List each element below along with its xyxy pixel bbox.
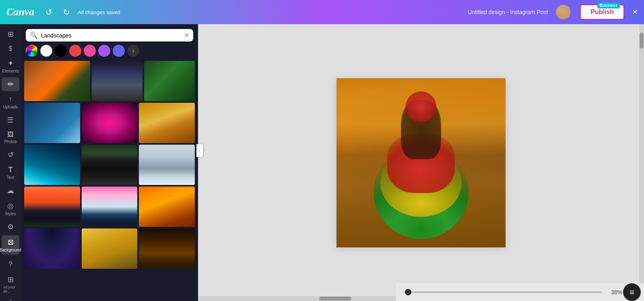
elements-label: Elements <box>2 69 19 73</box>
sidebar-item-dollar[interactable]: $ <box>2 43 19 55</box>
sidebar-item-gear[interactable]: ⚙ <box>2 220 19 234</box>
sidebar-item-all-designs[interactable]: ⊞ All your de... <box>2 273 19 296</box>
color-filter-pink[interactable] <box>84 45 96 57</box>
dollar-icon: $ <box>9 45 12 52</box>
zoom-percent: 38% <box>606 289 622 295</box>
logo[interactable]: Canva <box>6 6 34 18</box>
search-panel: 🔍 ✕ › <box>21 24 198 301</box>
image-item[interactable] <box>24 228 80 269</box>
sidebar-item-list[interactable]: ☰ <box>2 113 19 127</box>
redo-icon: ↻ <box>63 7 70 17</box>
image-item[interactable] <box>139 187 195 227</box>
sidebar-item-elements[interactable]: ✦ Elements <box>2 56 19 76</box>
icon-sidebar: ⊞ $ ✦ Elements ✏ ↑ Uploads ☰ 🖼 Photos ↺ … <box>0 24 21 301</box>
color-filters: › <box>21 45 198 61</box>
zoom-slider-track[interactable] <box>404 291 602 293</box>
sidebar-item-help[interactable]: ? <box>2 258 19 271</box>
search-bar: 🔍 ✕ <box>26 29 193 42</box>
help-icon: ? <box>8 260 12 269</box>
image-item[interactable] <box>139 145 195 185</box>
image-item[interactable] <box>24 61 90 101</box>
color-filter-more[interactable]: › <box>127 45 139 57</box>
grid-row <box>24 103 195 143</box>
undo-button[interactable]: ↺ <box>42 6 55 19</box>
grid-row <box>24 61 195 101</box>
sidebar-item-photos[interactable]: 🖼 Photos <box>2 129 19 146</box>
image-item[interactable] <box>144 61 195 101</box>
background-icon: ⊠ <box>8 238 14 247</box>
design-title: Untitled design - Instagram Post <box>468 9 548 15</box>
styles-label: Styles <box>5 212 16 216</box>
canvas-wrapper <box>198 24 644 301</box>
undo-icon: ↺ <box>45 7 52 17</box>
photos-label: Photos <box>4 139 17 144</box>
close-button[interactable]: × <box>632 7 638 17</box>
grid-row <box>24 145 195 185</box>
sidebar-bottom: ? ⊞ All your de... ⏻ <box>2 258 19 301</box>
redo-button[interactable]: ↻ <box>60 6 73 19</box>
background-label: Background <box>0 248 21 252</box>
image-item[interactable] <box>24 187 80 227</box>
business-badge: Business <box>597 2 620 8</box>
sidebar-item-text[interactable]: T Text <box>2 163 19 182</box>
sidebar-item-cloud-upload[interactable]: ☁ <box>2 184 19 197</box>
color-filter-white[interactable] <box>40 45 52 57</box>
grid-row <box>24 187 195 227</box>
list-icon: ☰ <box>7 116 14 125</box>
sidebar-item-home[interactable]: ⊞ <box>2 27 19 41</box>
all-designs-label: All your de... <box>3 285 18 293</box>
color-filter-red[interactable] <box>69 45 81 57</box>
image-grid <box>21 61 198 301</box>
cloud-upload-icon: ☁ <box>7 186 14 195</box>
all-designs-icon: ⊞ <box>8 275 14 284</box>
grid-row <box>24 228 195 269</box>
color-filter-black[interactable] <box>55 45 67 57</box>
home-icon: ⊞ <box>8 30 14 39</box>
uploads-icon: ↑ <box>9 95 12 104</box>
sidebar-item-background[interactable]: ⊠ Background <box>2 235 19 255</box>
image-item[interactable] <box>82 103 138 143</box>
zoom-bar: 38% ? ≡ <box>396 283 644 301</box>
zoom-slider-thumb[interactable] <box>405 289 411 295</box>
color-filter-multi[interactable] <box>26 45 38 57</box>
image-item[interactable] <box>139 103 195 143</box>
color-filter-indigo[interactable] <box>113 45 125 57</box>
canvas-area: 38% ? ≡ <box>198 24 644 301</box>
text-icon: T <box>8 166 13 174</box>
image-item[interactable] <box>139 228 195 269</box>
uploads-label: Uploads <box>3 105 18 109</box>
topbar: Canva ↺ ↻ All changes saved Untitled des… <box>0 0 644 24</box>
clear-search-icon[interactable]: ✕ <box>184 31 189 39</box>
search-icon: 🔍 <box>30 31 38 39</box>
autosave-label: All changes saved <box>78 9 463 15</box>
text-label: Text <box>7 175 14 180</box>
search-input[interactable] <box>41 32 181 39</box>
pen-icon: ✏ <box>8 80 14 89</box>
sidebar-item-styles[interactable]: ◎ Styles <box>2 199 19 218</box>
photos-icon: 🖼 <box>7 131 14 138</box>
canvas-image <box>336 78 506 247</box>
image-item[interactable] <box>82 145 138 185</box>
styles-icon: ◎ <box>7 201 14 210</box>
canvas-board[interactable] <box>336 78 506 247</box>
image-item[interactable] <box>82 187 138 227</box>
chat-icon: ≡ <box>630 288 634 297</box>
sidebar-item-power[interactable]: ⏻ <box>2 297 19 301</box>
sidebar-item-pen[interactable]: ✏ <box>2 77 19 91</box>
panel-toggle-button[interactable]: ‹ <box>196 144 203 157</box>
panel-toggle-icon: ‹ <box>199 148 200 154</box>
sidebar-item-history[interactable]: ↺ <box>2 148 19 162</box>
elements-icon: ✦ <box>8 59 14 68</box>
image-item[interactable] <box>24 103 80 143</box>
avatar[interactable] <box>556 5 570 19</box>
history-icon: ↺ <box>8 150 14 159</box>
image-item[interactable] <box>82 228 138 269</box>
chat-button[interactable]: ≡ <box>623 283 641 301</box>
gear-icon: ⚙ <box>7 222 14 231</box>
image-item[interactable] <box>24 145 80 185</box>
sidebar-item-uploads[interactable]: ↑ Uploads <box>2 93 19 112</box>
color-filter-purple[interactable] <box>98 45 110 57</box>
image-item[interactable] <box>92 61 142 101</box>
